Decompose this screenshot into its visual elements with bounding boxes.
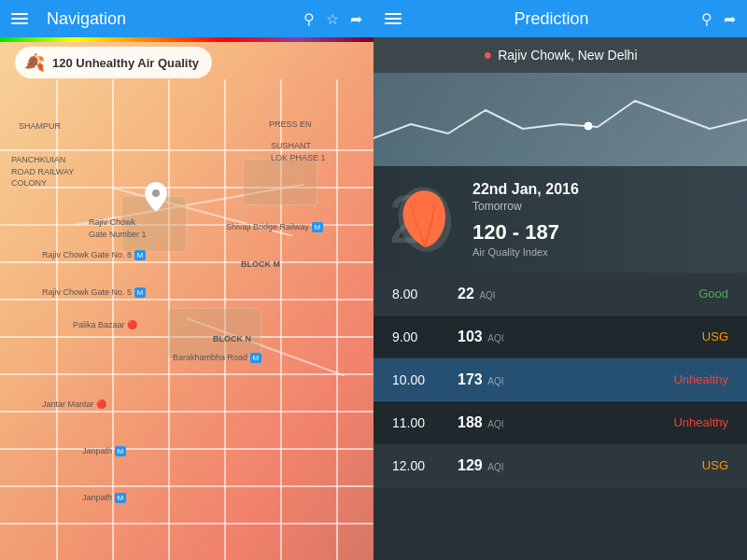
row-aqi: 173 AQI bbox=[458, 371, 673, 388]
svg-point-0 bbox=[152, 189, 160, 197]
row-time: 8.00 bbox=[392, 287, 458, 301]
location-bar: ● Rajiv Chowk, New Delhi bbox=[374, 37, 747, 73]
aqi-color-bar bbox=[0, 37, 374, 42]
table-row: 10.00 173 AQI Unhealthy bbox=[374, 358, 747, 401]
left-panel: SHAMPUR PANCHKUIANROAD RAILWAYCOLONY SUS… bbox=[0, 0, 374, 560]
aqi-badge-text: 120 Unhealthy Air Quality bbox=[52, 56, 199, 70]
map-label-shivaji: Shivaji Bridge Railway M bbox=[226, 222, 323, 231]
location-pin-icon: ● bbox=[483, 47, 492, 63]
row-aqi: 188 AQI bbox=[458, 414, 673, 431]
row-aqi: 103 AQI bbox=[458, 329, 702, 345]
row-aqi: 22 AQI bbox=[458, 286, 698, 302]
map-label-press: PRESS EN bbox=[269, 119, 312, 129]
map-label-gate8: Rajiv Chowk Gate No. 8 M bbox=[42, 250, 146, 259]
prediction-day: Tomorrow bbox=[472, 200, 579, 213]
map-label-gate5: Rajiv Chowk Gate No. 5 M bbox=[42, 287, 146, 297]
chart-area bbox=[374, 73, 747, 166]
row-status: Good bbox=[698, 287, 728, 301]
row-time: 11.00 bbox=[392, 415, 458, 430]
aqi-unit: AQI bbox=[487, 419, 503, 429]
table-row: 11.00 188 AQI Unhealthy bbox=[374, 401, 747, 444]
prediction-date: 22nd Jan, 2016 bbox=[472, 181, 579, 198]
map-label-sushant: SUSHANTLOK PHASE 1 bbox=[271, 140, 326, 163]
row-aqi: 129 AQI bbox=[458, 457, 702, 474]
aqi-value: 22 bbox=[458, 286, 474, 301]
map-label-jantar: Jantar Mantar 🔴 bbox=[42, 399, 106, 409]
prediction-range: 120 - 187 bbox=[472, 220, 579, 245]
aqi-unit: AQI bbox=[479, 290, 495, 301]
aqi-unit: AQI bbox=[487, 376, 503, 386]
row-time: 10.00 bbox=[392, 372, 458, 387]
row-status: Unhealthy bbox=[673, 415, 728, 429]
aqi-data-table: 8.00 22 AQI Good 9.00 103 AQI USG 10.00 … bbox=[374, 273, 747, 560]
flame-leaf-icon: 🍂 bbox=[24, 52, 45, 73]
map-location-pin bbox=[145, 182, 167, 212]
right-search-icon[interactable]: ⚲ bbox=[701, 10, 712, 28]
right-hamburger-icon[interactable] bbox=[385, 13, 402, 24]
prediction-info: 22nd Jan, 2016 Tomorrow 120 - 187 Air Qu… bbox=[472, 181, 579, 258]
map-area: SHAMPUR PANCHKUIANROAD RAILWAYCOLONY SUS… bbox=[0, 0, 374, 560]
svg-point-2 bbox=[585, 122, 592, 130]
row-status: Unhealthy bbox=[673, 372, 728, 386]
map-label-rajiv-chowk: Rajiv ChowkGate Number 1 bbox=[89, 217, 147, 240]
table-row: 12.00 129 AQI USG bbox=[374, 444, 747, 487]
map-label-block-m: BLOCK M bbox=[241, 259, 280, 269]
aqi-value: 173 bbox=[458, 371, 483, 387]
prediction-title: Prediction bbox=[413, 9, 690, 29]
map-label-block-n: BLOCK N bbox=[213, 334, 251, 343]
map-streets bbox=[0, 37, 374, 560]
aqi-value: 129 bbox=[458, 457, 483, 473]
right-share-icon[interactable]: ➦ bbox=[724, 10, 736, 28]
share-icon[interactable]: ➦ bbox=[350, 10, 362, 28]
leaf-icon-large bbox=[392, 182, 458, 257]
aqi-chart bbox=[374, 73, 747, 166]
search-icon[interactable]: ⚲ bbox=[303, 10, 315, 28]
right-panel: Prediction ⚲ ➦ ● Rajiv Chowk, New Delhi bbox=[374, 0, 747, 560]
map-label-janpath2: Janpath M bbox=[82, 493, 126, 502]
left-header: Navigation ⚲ ☆ ➦ bbox=[0, 0, 374, 37]
aqi-badge: 🍂 120 Unhealthy Air Quality bbox=[15, 47, 212, 78]
row-time: 12.00 bbox=[392, 458, 458, 473]
table-row: 8.00 22 AQI Good bbox=[374, 273, 747, 315]
aqi-value: 103 bbox=[458, 329, 483, 344]
map-label-colony: PANCHKUIANROAD RAILWAYCOLONY bbox=[11, 154, 74, 189]
map-label-barakhambha: Barakhambha Road M bbox=[173, 353, 261, 362]
prediction-aqi-label: Air Quality Index bbox=[472, 246, 579, 258]
aqi-unit: AQI bbox=[487, 333, 503, 343]
row-status: USG bbox=[702, 329, 728, 343]
table-row: 9.00 103 AQI USG bbox=[374, 315, 747, 358]
hamburger-icon[interactable] bbox=[11, 13, 28, 24]
prediction-card: 2 22nd Jan, 2016 Tomorrow 120 - 187 Air … bbox=[374, 166, 747, 273]
right-header: Prediction ⚲ ➦ bbox=[374, 0, 747, 37]
location-text: Rajiv Chowk, New Delhi bbox=[498, 48, 637, 63]
aqi-unit: AQI bbox=[487, 462, 503, 472]
star-icon[interactable]: ☆ bbox=[326, 10, 339, 28]
row-status: USG bbox=[702, 458, 728, 472]
svg-rect-1 bbox=[374, 73, 747, 166]
map-label-janpath1: Janpath M bbox=[82, 446, 126, 455]
map-label-shampur: SHAMPUR bbox=[19, 121, 61, 131]
row-time: 9.00 bbox=[392, 329, 458, 344]
nav-title: Navigation bbox=[47, 9, 292, 29]
aqi-value: 188 bbox=[458, 414, 483, 430]
map-label-palika: Palika Bazaar 🔴 bbox=[73, 320, 137, 329]
